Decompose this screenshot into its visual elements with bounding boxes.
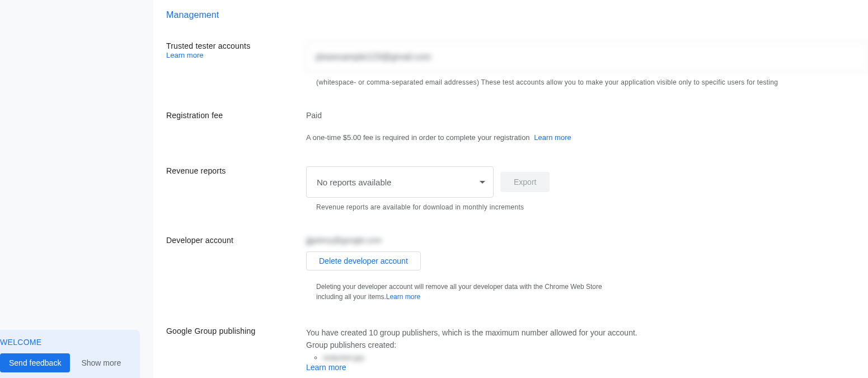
label-col: Registration fee	[166, 111, 306, 120]
feedback-panel: WELCOME Send feedback Show more	[0, 330, 140, 378]
trusted-tester-label: Trusted tester accounts	[166, 41, 306, 50]
chevron-down-icon	[480, 181, 485, 184]
feedback-buttons: Send feedback Show more	[0, 353, 140, 372]
delete-account-desc-text: Deleting your developer account will rem…	[316, 283, 602, 301]
registration-fee-value: Paid	[306, 111, 868, 120]
welcome-text: WELCOME	[0, 338, 140, 347]
registration-fee-desc: A one-time $5.00 fee is required in orde…	[306, 133, 868, 142]
revenue-reports-select[interactable]: No reports available	[306, 166, 494, 198]
value-col: You have created 10 group publishers, wh…	[306, 326, 868, 372]
developer-account-email: jjjjaAmy@google.com	[306, 236, 868, 245]
send-feedback-button[interactable]: Send feedback	[0, 353, 70, 372]
group-publishing-label: Google Group publishing	[166, 326, 306, 335]
value-col: (whitespace- or comma-separated email ad…	[306, 41, 868, 86]
label-col: Developer account	[166, 236, 306, 245]
registration-fee-desc-text: A one-time $5.00 fee is required in orde…	[306, 133, 530, 142]
revenue-reports-select-text: No reports available	[317, 178, 391, 187]
label-col: Google Group publishing	[166, 326, 306, 335]
value-col: No reports available Export Revenue repo…	[306, 166, 868, 211]
group-publishing-desc: You have created 10 group publishers, wh…	[306, 326, 868, 339]
value-col: Paid A one-time $5.00 fee is required in…	[306, 111, 868, 142]
row-developer-account: Developer account jjjjaAmy@google.com De…	[166, 236, 868, 302]
sidebar-area	[0, 0, 154, 378]
delete-developer-account-button[interactable]: Delete developer account	[306, 251, 421, 270]
reports-row: No reports available Export	[306, 166, 868, 198]
row-trusted-tester: Trusted tester accounts Learn more (whit…	[166, 41, 868, 86]
developer-account-label: Developer account	[166, 236, 306, 245]
group-publishers-list: redacted-grp	[323, 353, 868, 362]
label-col: Trusted tester accounts Learn more	[166, 41, 306, 59]
revenue-reports-helper: Revenue reports are available for downlo…	[316, 203, 868, 211]
delete-account-learn-more-link[interactable]: Learn more	[386, 293, 420, 301]
registration-fee-learn-more-link[interactable]: Learn more	[534, 133, 571, 142]
trusted-tester-helper: (whitespace- or comma-separated email ad…	[316, 78, 868, 86]
section-heading-management: Management	[166, 10, 868, 20]
group-publishing-learn-more-link[interactable]: Learn more	[306, 363, 346, 372]
list-item: redacted-grp	[323, 353, 868, 362]
group-publishers-created-label: Group publishers created:	[306, 339, 868, 351]
row-registration-fee: Registration fee Paid A one-time $5.00 f…	[166, 111, 868, 142]
label-col: Revenue reports	[166, 166, 306, 175]
main-content: Management Trusted tester accounts Learn…	[166, 0, 868, 378]
row-group-publishing: Google Group publishing You have created…	[166, 326, 868, 372]
show-more-link[interactable]: Show more	[81, 358, 121, 367]
trusted-tester-learn-more-link[interactable]: Learn more	[166, 51, 203, 59]
trusted-tester-input[interactable]	[306, 41, 868, 73]
revenue-reports-label: Revenue reports	[166, 166, 306, 175]
export-button: Export	[500, 172, 550, 192]
row-revenue-reports: Revenue reports No reports available Exp…	[166, 166, 868, 211]
delete-account-desc: Deleting your developer account will rem…	[316, 282, 607, 302]
value-col: jjjjaAmy@google.com Delete developer acc…	[306, 236, 868, 302]
registration-fee-label: Registration fee	[166, 111, 306, 120]
group-publisher-item: redacted-grp	[323, 353, 364, 362]
